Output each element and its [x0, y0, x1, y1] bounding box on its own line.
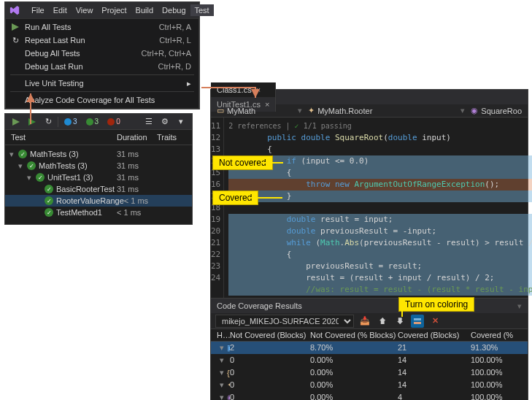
- coverage-title: Code Coverage Results: [217, 301, 302, 310]
- coverage-value: 91.30%: [471, 343, 522, 353]
- code-line: {: [228, 249, 532, 261]
- coverage-value: 0.00%: [310, 380, 398, 390]
- playlist-button[interactable]: ☰: [142, 115, 155, 128]
- menu-analyze-code-coverage[interactable]: Analyze Code Coverage for All Tests: [6, 93, 198, 107]
- coverage-rows: ▾▣mikejo_MIKEJO-SURFACE 2020-03-31 13_..…: [211, 342, 528, 400]
- menubar-item-build[interactable]: Build: [131, 4, 158, 16]
- menu-item[interactable]: Debug All TestsCtrl+R, Ctrl+A: [6, 47, 198, 60]
- import-results-button[interactable]: 📥: [358, 315, 371, 328]
- pass-icon: ✓: [45, 208, 53, 217]
- menu-item[interactable]: Debug Last RunCtrl+R, D: [6, 60, 198, 73]
- menu-item[interactable]: Run All TestsCtrl+R, A: [6, 20, 198, 34]
- breadcrumb-separator-icon: ▾: [460, 106, 465, 115]
- menu-live-unit-testing[interactable]: Live Unit Testing ▸: [6, 77, 198, 90]
- header-test: Test: [11, 133, 117, 142]
- menu-label: Debug Last Run: [25, 62, 153, 71]
- coverage-value: 14: [398, 380, 471, 390]
- repeat-button[interactable]: ↻: [42, 115, 55, 128]
- callout-line: [248, 197, 282, 199]
- callout-turn-on-coloring: Turn on coloring: [398, 297, 474, 312]
- coverage-row[interactable]: ▾▣mikejo_MIKEJO-SURFACE 2020-03-31 13_..…: [211, 342, 528, 354]
- expand-icon[interactable]: ▾: [8, 150, 15, 159]
- menubar-item-debug[interactable]: Debug: [158, 4, 190, 16]
- test-duration: < 1 ms: [124, 196, 164, 205]
- coverage-row[interactable]: ▾mathtests.dll00.00%14100.00%: [211, 354, 528, 366]
- expand-icon[interactable]: ▾: [17, 161, 24, 171]
- menubar-item-edit[interactable]: Edit: [49, 4, 72, 16]
- test-name: MathTests (3): [39, 161, 88, 170]
- test-explorer-tree: ▾✓MathTests (3)31 ms▾✓MathTests (3)31 ms…: [5, 145, 192, 224]
- coverage-value: 21: [398, 343, 471, 353]
- test-name: MathTests (3): [30, 150, 79, 158]
- menu-shortcut: Ctrl+R, L: [159, 36, 191, 45]
- test-row[interactable]: ▾✓UnitTest1 (3)31 ms: [5, 172, 192, 183]
- test-row[interactable]: ▾✓MathTests (3)31 ms: [5, 148, 192, 160]
- editor-code-area[interactable]: 1112131415161718192021222324 2 reference…: [211, 118, 528, 299]
- menubar-item-project[interactable]: Project: [97, 4, 131, 16]
- test-row[interactable]: ✓BasicRooterTest31 ms: [5, 183, 192, 195]
- code-line: [228, 202, 532, 214]
- coverage-value: 0: [230, 393, 310, 400]
- tests-total-pill[interactable]: 3: [61, 117, 80, 126]
- submenu-arrow-icon: ▸: [187, 79, 191, 88]
- code-line: double previousResult = -input;: [228, 226, 532, 237]
- code-line: if (input <= 0.0): [228, 155, 532, 167]
- code-line: //was: result = result - (result * resul…: [228, 284, 532, 296]
- menubar-item-view[interactable]: View: [72, 4, 98, 16]
- breadcrumb-separator-icon: ▾: [298, 106, 302, 115]
- test-explorer-header: Test Duration Traits: [5, 130, 192, 145]
- code-lines: 2 references | ✓ 1/1 passing public doub…: [224, 118, 532, 299]
- tests-passed-pill[interactable]: 3: [83, 117, 102, 126]
- expand-icon[interactable]: ▾: [26, 173, 33, 182]
- test-explorer-toolbar: ↻ 3 3 0 ☰ ⚙ ▾: [5, 114, 192, 130]
- tests-failed-pill[interactable]: 0: [104, 117, 123, 126]
- remove-button[interactable]: ✕: [428, 315, 442, 328]
- code-line: while (Math.Abs(previousResult - result)…: [228, 237, 532, 249]
- close-icon[interactable]: ×: [256, 85, 261, 94]
- breadcrumb-namespace[interactable]: ▭MyMath: [217, 106, 255, 115]
- tab-label: Class1.cs: [217, 85, 252, 94]
- settings-icon[interactable]: ⚙: [158, 115, 171, 128]
- close-icon[interactable]: ×: [265, 100, 269, 109]
- menubar-item-test[interactable]: Test: [190, 4, 214, 16]
- group-by-button[interactable]: ▾: [174, 115, 188, 128]
- file-tab[interactable]: Class1.cs×: [211, 82, 276, 97]
- run-button[interactable]: [26, 115, 39, 128]
- code-line: {: [228, 167, 532, 179]
- svg-rect-1: [414, 322, 421, 324]
- coverage-value: 0: [230, 380, 310, 390]
- coverage-row[interactable]: ▾{}MathTests00.00%14100.00%: [211, 366, 528, 379]
- merge-results-button[interactable]: 🡇: [393, 315, 406, 328]
- coverage-value: 0.00%: [310, 368, 398, 377]
- coverage-value: 0.00%: [310, 355, 398, 365]
- coverage-value: 0: [230, 368, 310, 377]
- coverage-header: Hierarchy Not Covered (Blocks) Not Cover…: [211, 329, 528, 342]
- menubar-item-file[interactable]: File: [27, 4, 49, 16]
- col-not-covered-blocks: Not Covered (Blocks): [230, 331, 310, 339]
- show-coloring-button[interactable]: [411, 315, 424, 328]
- test-duration: 31 ms: [117, 173, 157, 182]
- col-hierarchy: Hierarchy: [217, 331, 230, 339]
- test-row[interactable]: ✓RooterValueRange< 1 ms: [5, 195, 192, 207]
- test-duration: 31 ms: [117, 161, 157, 170]
- callout-line: [261, 162, 283, 164]
- menu-shortcut: Ctrl+R, D: [158, 62, 191, 71]
- code-line: throw new ArgumentOutOfRangeException();: [228, 179, 532, 191]
- menu-shortcut: Ctrl+R, Ctrl+A: [142, 49, 191, 58]
- export-results-button[interactable]: 🡅: [376, 315, 389, 328]
- menu-label: Live Unit Testing: [25, 79, 182, 88]
- test-row[interactable]: ✓TestMethod1< 1 ms: [5, 207, 192, 218]
- coverage-value: 14: [398, 355, 471, 365]
- coverage-session-select[interactable]: mikejo_MIKEJO-SURFACE 2020-03-31 13_4: [215, 315, 354, 328]
- menu-item[interactable]: ↻Repeat Last RunCtrl+R, L: [6, 34, 198, 47]
- coverage-row[interactable]: ▾✦UnitTest100.00%14100.00%: [211, 379, 528, 391]
- panel-dropdown-icon[interactable]: ▾: [517, 301, 522, 311]
- coverage-row[interactable]: ▾◉BasicRooterTest()00.00%4100.00%: [211, 391, 528, 400]
- test-row[interactable]: ▾✓MathTests (3)31 ms: [5, 160, 192, 172]
- breadcrumb-method[interactable]: ◉SquareRoo: [471, 106, 522, 115]
- breadcrumb-class[interactable]: ✦MyMath.Rooter: [308, 106, 372, 115]
- test-duration: < 1 ms: [117, 208, 157, 217]
- coverage-value: 2: [230, 343, 310, 353]
- run-all-button[interactable]: [9, 115, 23, 128]
- code-lens[interactable]: 2 references | ✓ 1/1 passing: [228, 120, 532, 132]
